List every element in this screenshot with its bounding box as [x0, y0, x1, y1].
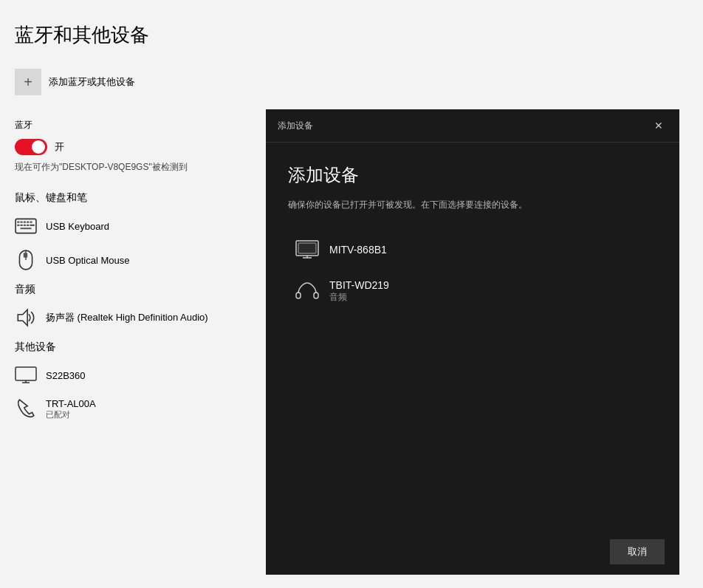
phone-device-sub: 已配对	[46, 409, 96, 420]
device-item-monitor: S22B360	[15, 364, 236, 386]
bluetooth-visible-text: 现在可作为"DESKTOP-V8QE9GS"被检测到	[15, 161, 236, 174]
modal-footer: 取消	[266, 529, 679, 575]
modal-close-button[interactable]: ✕	[650, 117, 668, 134]
add-device-modal: 添加设备 ✕ 添加设备 确保你的设备已打开并可被发现。在下面选择要连接的设备。 …	[266, 109, 679, 575]
svg-rect-10	[30, 225, 34, 226]
device-item-keyboard: USB Keyboard	[15, 215, 236, 237]
modal-device-item-0[interactable]: MITV-868B1	[288, 229, 657, 270]
modal-heading: 添加设备	[288, 163, 657, 187]
monitor-device-name: S22B360	[46, 370, 86, 381]
add-device-button[interactable]: + 添加蓝牙或其他设备	[15, 69, 135, 95]
audio-section-title: 音频	[15, 283, 236, 296]
modal-title-text: 添加设备	[278, 120, 313, 132]
svg-rect-24	[314, 293, 318, 298]
modal-device-item-1[interactable]: TBIT-WD219 音频	[288, 270, 657, 312]
modal-body: 添加设备 确保你的设备已打开并可被发现。在下面选择要连接的设备。 MITV-86…	[266, 143, 679, 529]
svg-rect-14	[24, 253, 27, 257]
bluetooth-toggle-state: 开	[55, 140, 64, 154]
phone-device-name: TRT-AL00A	[46, 398, 96, 409]
device-item-mouse: USB Optical Mouse	[15, 249, 236, 271]
mouse-keyboard-title: 鼠标、键盘和笔	[15, 191, 236, 205]
modal-description: 确保你的设备已打开并可被发现。在下面选择要连接的设备。	[288, 199, 657, 211]
modal-device-1-name: TBIT-WD219	[329, 279, 389, 291]
svg-rect-1	[17, 222, 19, 223]
bluetooth-toggle[interactable]	[15, 139, 47, 155]
phone-icon	[15, 398, 37, 420]
svg-rect-9	[27, 225, 29, 226]
svg-rect-8	[24, 225, 26, 226]
mouse-icon	[15, 249, 37, 271]
plus-icon: +	[24, 75, 32, 89]
bluetooth-toggle-row: 开	[15, 139, 236, 155]
svg-rect-3	[24, 222, 26, 223]
svg-rect-4	[27, 222, 29, 223]
monitor-icon	[15, 364, 37, 386]
speaker-device-name: 扬声器 (Realtek High Definition Audio)	[46, 311, 208, 324]
speaker-icon	[15, 307, 37, 329]
page-title: 蓝牙和其他设备	[15, 22, 236, 48]
svg-marker-15	[18, 310, 27, 325]
left-panel: 蓝牙和其他设备 + 添加蓝牙或其他设备 蓝牙 开 现在可作为"DESKTOP-V…	[0, 0, 251, 588]
tv-icon	[295, 238, 319, 261]
svg-rect-2	[21, 222, 23, 223]
svg-rect-6	[17, 225, 19, 226]
svg-rect-7	[21, 225, 23, 226]
add-device-label: 添加蓝牙或其他设备	[49, 75, 135, 89]
modal-titlebar: 添加设备 ✕	[266, 109, 679, 143]
bluetooth-section-label: 蓝牙	[15, 119, 236, 131]
device-item-speaker: 扬声器 (Realtek High Definition Audio)	[15, 307, 236, 329]
mouse-device-name: USB Optical Mouse	[46, 255, 129, 266]
modal-device-1-type: 音频	[329, 291, 389, 304]
keyboard-device-name: USB Keyboard	[46, 221, 109, 232]
add-icon: +	[15, 69, 41, 95]
cancel-button[interactable]: 取消	[610, 539, 665, 564]
keyboard-icon	[15, 215, 37, 237]
svg-rect-23	[296, 293, 301, 298]
modal-device-0-name: MITV-868B1	[329, 244, 387, 256]
other-section-title: 其他设备	[15, 341, 236, 354]
headset-icon	[295, 280, 319, 304]
svg-rect-22	[298, 243, 316, 253]
device-item-phone: TRT-AL00A 已配对	[15, 398, 236, 420]
svg-rect-5	[30, 222, 32, 223]
svg-rect-11	[21, 228, 32, 229]
svg-rect-16	[16, 367, 36, 380]
